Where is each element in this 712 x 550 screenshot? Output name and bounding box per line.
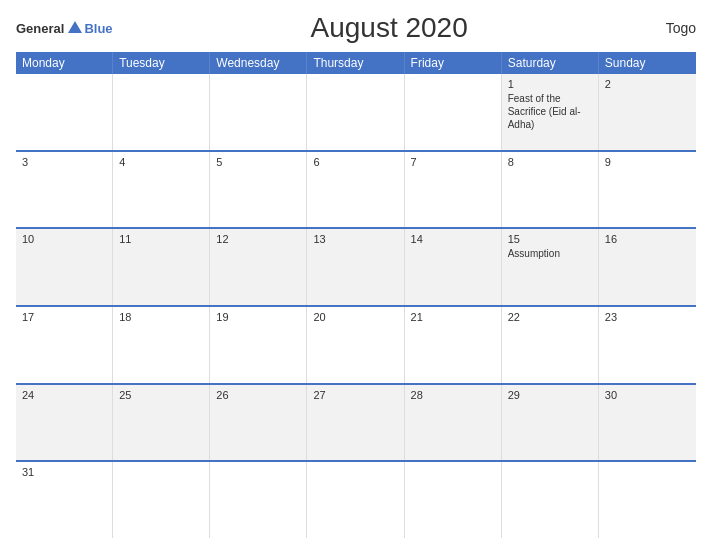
cell-aug-10: 10 (16, 229, 113, 305)
cell-aug-6: 6 (307, 152, 404, 228)
cell-empty (210, 462, 307, 538)
cell-aug-20: 20 (307, 307, 404, 383)
cell-empty (307, 462, 404, 538)
day-number: 24 (22, 389, 106, 401)
cell-aug-29: 29 (502, 385, 599, 461)
header-saturday: Saturday (502, 52, 599, 74)
week-3: 10 11 12 13 14 15 Assumption 16 (16, 227, 696, 305)
cell-aug-26: 26 (210, 385, 307, 461)
cell-aug-7: 7 (405, 152, 502, 228)
day-number: 5 (216, 156, 300, 168)
event-text: Assumption (508, 248, 560, 259)
calendar-title: August 2020 (310, 12, 467, 44)
day-number: 2 (605, 78, 690, 90)
cell-aug-1: 1 Feast of the Sacrifice (Eid al-Adha) (502, 74, 599, 150)
cell-aug-4: 4 (113, 152, 210, 228)
day-number: 30 (605, 389, 690, 401)
week-4: 17 18 19 20 21 22 23 (16, 305, 696, 383)
cell-empty (16, 74, 113, 150)
calendar-header: Monday Tuesday Wednesday Thursday Friday… (16, 52, 696, 74)
week-6: 31 (16, 460, 696, 538)
day-number: 20 (313, 311, 397, 323)
cell-aug-14: 14 (405, 229, 502, 305)
cell-empty (502, 462, 599, 538)
day-number: 19 (216, 311, 300, 323)
cell-aug-24: 24 (16, 385, 113, 461)
header-monday: Monday (16, 52, 113, 74)
logo-blue-text: Blue (84, 21, 112, 36)
cell-aug-27: 27 (307, 385, 404, 461)
cell-aug-15: 15 Assumption (502, 229, 599, 305)
header-wednesday: Wednesday (210, 52, 307, 74)
day-number: 3 (22, 156, 106, 168)
header: General Blue August 2020 Togo (16, 12, 696, 44)
header-tuesday: Tuesday (113, 52, 210, 74)
day-number: 31 (22, 466, 106, 478)
cell-aug-23: 23 (599, 307, 696, 383)
day-number: 28 (411, 389, 495, 401)
cell-aug-12: 12 (210, 229, 307, 305)
cell-aug-28: 28 (405, 385, 502, 461)
page: General Blue August 2020 Togo Monday Tue… (0, 0, 712, 550)
day-number: 13 (313, 233, 397, 245)
header-thursday: Thursday (307, 52, 404, 74)
cell-aug-13: 13 (307, 229, 404, 305)
cell-aug-18: 18 (113, 307, 210, 383)
week-1: 1 Feast of the Sacrifice (Eid al-Adha) 2 (16, 74, 696, 150)
cell-aug-11: 11 (113, 229, 210, 305)
logo-general-text: General (16, 21, 64, 36)
day-number: 15 (508, 233, 592, 245)
day-number: 23 (605, 311, 690, 323)
day-number: 6 (313, 156, 397, 168)
day-number: 26 (216, 389, 300, 401)
cell-empty (405, 74, 502, 150)
cell-aug-19: 19 (210, 307, 307, 383)
calendar: Monday Tuesday Wednesday Thursday Friday… (16, 52, 696, 538)
cell-empty (210, 74, 307, 150)
cell-aug-2: 2 (599, 74, 696, 150)
cell-aug-9: 9 (599, 152, 696, 228)
cell-aug-3: 3 (16, 152, 113, 228)
svg-marker-0 (68, 21, 82, 33)
header-sunday: Sunday (599, 52, 696, 74)
cell-aug-17: 17 (16, 307, 113, 383)
day-number: 25 (119, 389, 203, 401)
cell-empty (113, 74, 210, 150)
cell-empty (113, 462, 210, 538)
day-number: 21 (411, 311, 495, 323)
cell-aug-8: 8 (502, 152, 599, 228)
day-number: 27 (313, 389, 397, 401)
day-number: 9 (605, 156, 690, 168)
cell-empty (405, 462, 502, 538)
calendar-body: 1 Feast of the Sacrifice (Eid al-Adha) 2… (16, 74, 696, 538)
cell-aug-31: 31 (16, 462, 113, 538)
day-number: 22 (508, 311, 592, 323)
event-text: Feast of the Sacrifice (Eid al-Adha) (508, 93, 581, 130)
day-number: 7 (411, 156, 495, 168)
logo: General Blue (16, 19, 113, 37)
logo-icon (66, 19, 84, 37)
cell-aug-16: 16 (599, 229, 696, 305)
cell-aug-5: 5 (210, 152, 307, 228)
day-number: 14 (411, 233, 495, 245)
day-number: 10 (22, 233, 106, 245)
week-5: 24 25 26 27 28 29 30 (16, 383, 696, 461)
day-number: 4 (119, 156, 203, 168)
day-number: 16 (605, 233, 690, 245)
cell-aug-22: 22 (502, 307, 599, 383)
cell-empty (599, 462, 696, 538)
day-number: 17 (22, 311, 106, 323)
week-2: 3 4 5 6 7 8 9 (16, 150, 696, 228)
cell-aug-21: 21 (405, 307, 502, 383)
cell-aug-25: 25 (113, 385, 210, 461)
day-number: 1 (508, 78, 592, 90)
country-label: Togo (666, 20, 696, 36)
day-number: 8 (508, 156, 592, 168)
day-number: 29 (508, 389, 592, 401)
cell-aug-30: 30 (599, 385, 696, 461)
day-number: 18 (119, 311, 203, 323)
header-friday: Friday (405, 52, 502, 74)
cell-empty (307, 74, 404, 150)
day-number: 12 (216, 233, 300, 245)
day-number: 11 (119, 233, 203, 245)
